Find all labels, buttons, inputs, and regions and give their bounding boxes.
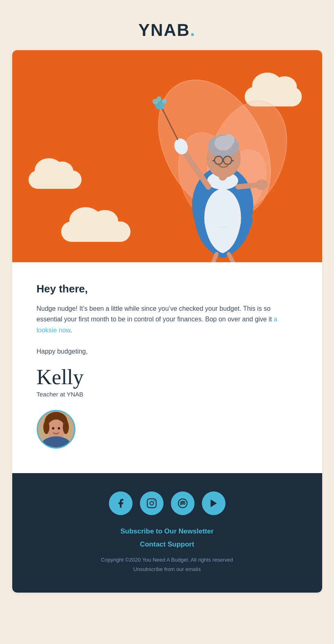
spotify-icon — [177, 498, 188, 509]
teacher-title: Teacher at YNAB — [37, 391, 298, 398]
fairy-character — [133, 58, 304, 262]
facebook-icon — [115, 498, 126, 509]
svg-point-42 — [178, 499, 187, 508]
logo: YNAB. — [138, 20, 196, 40]
closing-text: Happy budgeting, — [37, 348, 298, 355]
spotify-icon-button[interactable] — [171, 491, 195, 515]
logo-area: YNAB. — [138, 12, 196, 50]
avatar — [37, 410, 75, 449]
main-card: Hey there, Nudge nudge! It’s been a litt… — [12, 50, 322, 593]
signature: Kelly — [37, 365, 298, 389]
youtube-icon-button[interactable] — [202, 491, 226, 515]
greeting: Hey there, — [37, 283, 298, 295]
cloud-left — [29, 170, 82, 189]
email-container: YNAB. — [12, 12, 322, 593]
instagram-icon-button[interactable] — [140, 491, 164, 515]
newsletter-link[interactable]: Subscribe to Our Newsletter — [37, 527, 298, 536]
footer-section: Subscribe to Our Newsletter Contact Supp… — [12, 473, 322, 593]
svg-point-35 — [58, 427, 60, 430]
avatar-image — [38, 410, 74, 449]
copyright-text: Copyright ©2020 You Need A Budget. All r… — [37, 557, 298, 563]
hero-section — [12, 50, 322, 262]
body-paragraph: Nudge nudge! It’s been a little while si… — [37, 303, 298, 336]
svg-line-27 — [229, 254, 234, 262]
cloud-bottom-center — [61, 221, 131, 242]
logo-dot: . — [190, 20, 196, 40]
svg-point-23 — [157, 96, 161, 101]
svg-point-22 — [162, 99, 167, 104]
body-text-before-link: Nudge nudge! It’s been a little while si… — [37, 305, 272, 323]
svg-rect-39 — [147, 499, 156, 508]
youtube-icon — [208, 498, 219, 509]
body-section: Hey there, Nudge nudge! It’s been a litt… — [12, 262, 322, 473]
svg-point-38 — [62, 420, 69, 434]
svg-point-40 — [150, 502, 153, 505]
support-link[interactable]: Contact Support — [37, 540, 298, 549]
svg-marker-43 — [210, 500, 217, 508]
instagram-icon — [146, 498, 157, 509]
logo-text: YNAB — [138, 20, 190, 40]
unsubscribe-link[interactable]: Unsubscribe from our emails — [37, 566, 298, 572]
svg-point-34 — [52, 427, 54, 430]
svg-point-11 — [223, 134, 234, 146]
svg-point-37 — [43, 420, 49, 434]
svg-point-25 — [256, 179, 268, 190]
svg-line-26 — [212, 254, 217, 262]
facebook-icon-button[interactable] — [109, 491, 133, 515]
social-icons-row — [37, 491, 298, 515]
svg-point-41 — [153, 500, 155, 502]
body-text-period: . — [70, 327, 72, 334]
